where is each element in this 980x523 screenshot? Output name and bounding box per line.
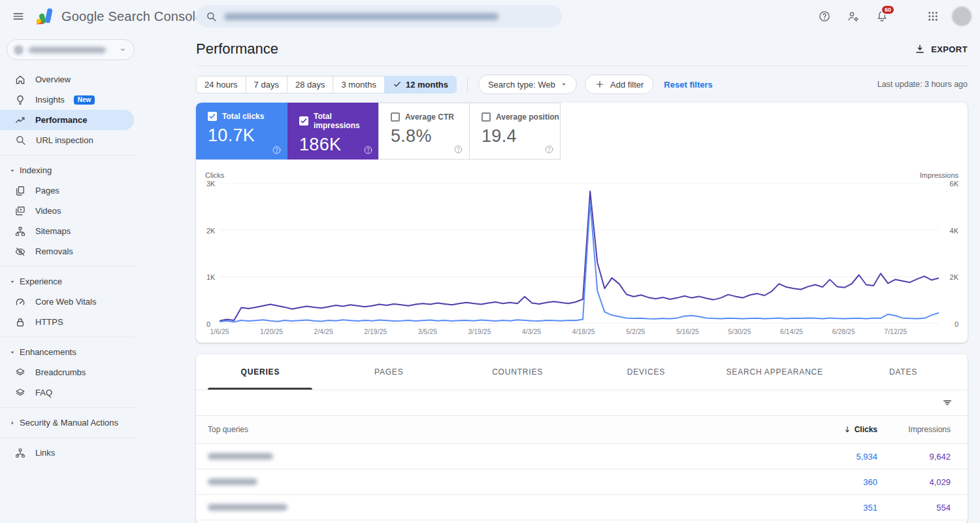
property-favicon-redacted — [14, 45, 24, 55]
topbar-actions: 60 — [813, 0, 973, 33]
x-axis-labels: 1/6/251/20/252/4/252/19/253/5/253/19/254… — [220, 328, 939, 337]
date-range-chip-12-months[interactable]: 12 months — [384, 76, 457, 93]
table-row[interactable]: 5,9349,642 — [196, 444, 968, 469]
tree-icon — [14, 447, 26, 459]
main-content: Performance EXPORT 24 hours7 days28 days… — [196, 33, 968, 523]
impressions-column-header[interactable]: Impressions — [877, 425, 951, 434]
x-tick-label: 1/20/25 — [260, 328, 283, 335]
sidebar-item-overview[interactable]: Overview — [0, 69, 183, 90]
last-update-text: Last update: 3 hours ago — [877, 80, 968, 89]
sidebar-item-sitemaps[interactable]: Sitemaps — [0, 221, 183, 241]
metric-card-average-position[interactable]: Average position19.4 — [469, 103, 561, 160]
top-queries-header[interactable]: Top queries — [208, 425, 806, 434]
property-selector[interactable] — [7, 39, 135, 60]
tab-dates[interactable]: DATES — [839, 354, 968, 390]
tab-search-appearance[interactable]: SEARCH APPEARANCE — [710, 354, 839, 390]
app-logo: Google Search Console — [35, 7, 203, 25]
add-filter-button[interactable]: Add filter — [585, 75, 653, 94]
tab-devices[interactable]: DEVICES — [581, 354, 710, 390]
checkbox-unchecked-icon[interactable] — [391, 112, 400, 122]
export-button[interactable]: EXPORT — [914, 43, 968, 55]
sidebar-group-experience[interactable]: Experience — [0, 271, 183, 292]
checkbox-checked-icon[interactable] — [299, 116, 308, 126]
checkbox-checked-icon[interactable] — [208, 112, 217, 121]
caret-down-icon — [9, 349, 16, 356]
tab-pages[interactable]: PAGES — [325, 354, 453, 390]
sidebar-group-indexing[interactable]: Indexing — [0, 160, 183, 180]
chart-plot[interactable] — [220, 183, 939, 324]
table-toolbar — [196, 390, 968, 416]
sidebar-divider — [0, 337, 134, 337]
metric-value: 10.7K — [208, 126, 287, 146]
x-tick-label: 6/28/25 — [832, 328, 855, 335]
metric-help-icon[interactable] — [544, 144, 554, 154]
sidebar-item-pages[interactable]: Pages — [0, 180, 183, 201]
checkbox-unchecked-icon[interactable] — [482, 112, 491, 122]
trending-up-icon — [14, 114, 26, 126]
search-type-dropdown[interactable]: Search type: Web — [478, 75, 577, 94]
table-row[interactable]: 3604,029 — [196, 469, 968, 495]
metric-cards: Total clicks10.7KTotal impressions186KAv… — [196, 103, 968, 160]
avatar — [952, 7, 972, 26]
notifications-badge: 60 — [881, 5, 895, 15]
sidebar-item-faq[interactable]: FAQ — [0, 382, 183, 403]
reset-filters-link[interactable]: Reset filters — [664, 80, 712, 90]
query-cell — [208, 477, 806, 487]
sidebar-group-enhancements[interactable]: Enhancements — [0, 342, 183, 362]
apps-grid-icon — [927, 10, 939, 22]
sidebar-item-breadcrumbs[interactable]: Breadcrumbs — [0, 362, 183, 382]
metric-card-average-ctr[interactable]: Average CTR5.8% — [378, 103, 470, 160]
date-range-chip-7-days[interactable]: 7 days — [246, 76, 287, 93]
metric-card-total-clicks[interactable]: Total clicks10.7K — [196, 103, 287, 160]
metric-help-icon[interactable] — [453, 144, 463, 154]
table-row[interactable]: 351554 — [196, 495, 968, 520]
y-tick-right: 4K — [939, 227, 958, 235]
account-settings-button[interactable] — [841, 5, 865, 28]
sidebar-item-links[interactable]: Links — [0, 443, 183, 463]
x-tick-label: 4/3/25 — [522, 328, 541, 335]
notifications-button[interactable]: 60 — [870, 5, 894, 28]
sidebar-item-core-web-vitals[interactable]: Core Web Vitals — [0, 292, 183, 312]
caret-right-icon — [9, 420, 16, 426]
x-tick-label: 3/5/25 — [418, 328, 437, 335]
dimension-tabs: QUERIESPAGESCOUNTRIESDEVICESSEARCH APPEA… — [196, 354, 968, 390]
y-tick-right: 2K — [939, 273, 958, 281]
sidebar-item-videos[interactable]: Videos — [0, 201, 183, 221]
impressions-value: 4,029 — [877, 477, 951, 487]
menu-button[interactable] — [5, 3, 31, 29]
tab-countries[interactable]: COUNTRIES — [453, 354, 582, 390]
metric-help-icon[interactable] — [272, 145, 282, 155]
filter-separator — [467, 76, 468, 92]
layers-icon — [14, 387, 26, 399]
y-tick-right: 0 — [939, 320, 958, 328]
metric-value: 19.4 — [482, 126, 560, 146]
date-range-chips: 24 hours7 days28 days3 months12 months — [196, 76, 457, 93]
sidebar-item-achievements[interactable]: Achievements — [0, 463, 183, 468]
export-label: EXPORT — [931, 44, 968, 54]
clicks-value: 360 — [806, 477, 877, 487]
help-button[interactable] — [813, 5, 836, 28]
sidebar-item-removals[interactable]: Removals — [0, 241, 183, 262]
account-avatar-button[interactable] — [950, 5, 973, 28]
sidebar-group-security-manual-actions[interactable]: Security & Manual Actions — [0, 413, 183, 433]
page-title: Performance — [196, 41, 278, 58]
sidebar-item-performance[interactable]: Performance — [0, 110, 134, 130]
url-inspect-search-input[interactable] — [196, 5, 562, 27]
search-placeholder-redacted — [224, 13, 498, 20]
metric-card-total-impressions[interactable]: Total impressions186K — [287, 103, 379, 160]
clicks-column-header[interactable]: Clicks — [806, 425, 877, 434]
date-range-chip-28-days[interactable]: 28 days — [287, 76, 334, 93]
sidebar-item-https[interactable]: HTTPS — [0, 312, 183, 332]
help-icon — [818, 10, 831, 23]
tab-queries[interactable]: QUERIES — [196, 354, 325, 390]
sidebar-item-url-inspection[interactable]: URL inspection — [0, 130, 183, 150]
date-range-chip-3-months[interactable]: 3 months — [333, 76, 384, 93]
open-new-icon — [14, 467, 26, 469]
x-tick-label: 7/12/25 — [884, 328, 907, 335]
date-range-chip-24-hours[interactable]: 24 hours — [196, 76, 246, 93]
sidebar-item-insights[interactable]: InsightsNew — [0, 90, 183, 110]
metric-help-icon[interactable] — [363, 145, 373, 155]
filter-list-icon[interactable] — [941, 397, 953, 409]
dropdown-arrow-icon — [561, 81, 567, 88]
google-apps-button[interactable] — [921, 5, 945, 28]
